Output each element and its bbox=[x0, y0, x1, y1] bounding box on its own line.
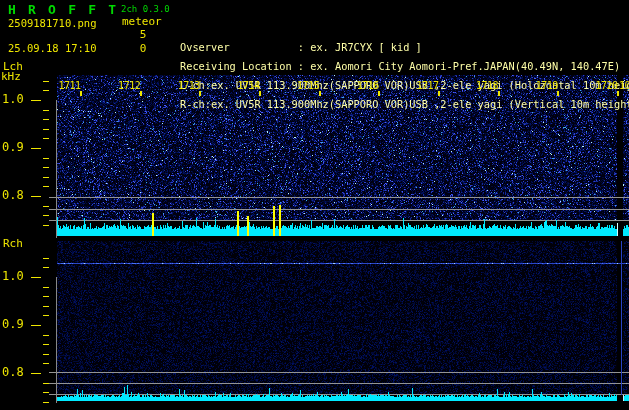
time-axis-label: 1711 bbox=[57, 80, 83, 91]
time-axis-label: 1712 bbox=[116, 80, 142, 91]
rch-channel-label: Rch bbox=[3, 237, 23, 250]
meteor-counter-label: meteor bbox=[122, 15, 162, 28]
app-title: H R O F F T bbox=[8, 2, 118, 17]
time-axis-label-clipped: 10 bbox=[619, 80, 629, 91]
output-filename: 2509181710.png bbox=[8, 17, 97, 29]
app-version: 2ch 0.3.0 bbox=[121, 4, 170, 14]
lch-freq-axis-label: 0.9 bbox=[2, 141, 24, 154]
time-axis-label: 1716 bbox=[355, 80, 381, 91]
time-axis-label: 1719 bbox=[534, 80, 560, 91]
rch-meteor-count: 0 bbox=[136, 42, 150, 55]
rch-freq-axis-label: 1.0 bbox=[2, 270, 24, 283]
station-info-block: Ovserver : ex. JR7CYX [ kid ] Receiving … bbox=[180, 2, 219, 116]
rch-freq-axis-label: 0.8 bbox=[2, 366, 24, 379]
time-axis-label: 1718 bbox=[474, 80, 500, 91]
rch-freq-axis-label: 0.9 bbox=[2, 318, 24, 331]
time-axis-label: 1715 bbox=[295, 80, 321, 91]
datetime-label: 25.09.18 17:10 bbox=[8, 42, 97, 54]
location-info-line: Receiving Location : ex. Aomori City Aom… bbox=[180, 59, 620, 73]
time-axis-label: 1713 bbox=[176, 80, 202, 91]
time-axis-label: 1717 bbox=[414, 80, 440, 91]
hrofft-app-window: H R O F F T 2ch 0.3.0 2509181710.png 25.… bbox=[0, 0, 629, 410]
khz-unit-label: kHz bbox=[1, 70, 21, 83]
lch-meteor-count: 5 bbox=[136, 28, 150, 41]
lch-freq-axis-label: 0.8 bbox=[2, 189, 24, 202]
observer-info-line: Ovserver : ex. JR7CYX [ kid ] bbox=[180, 40, 422, 54]
time-axis-label: 1714 bbox=[235, 80, 261, 91]
rch-rig-info-line: R-ch:ex. UV5R 113.900Mhz(SAPPORO VOR)USB… bbox=[180, 97, 629, 111]
time-axis-label: 1720 bbox=[593, 80, 619, 91]
lch-freq-axis-label: 1.0 bbox=[2, 93, 24, 106]
